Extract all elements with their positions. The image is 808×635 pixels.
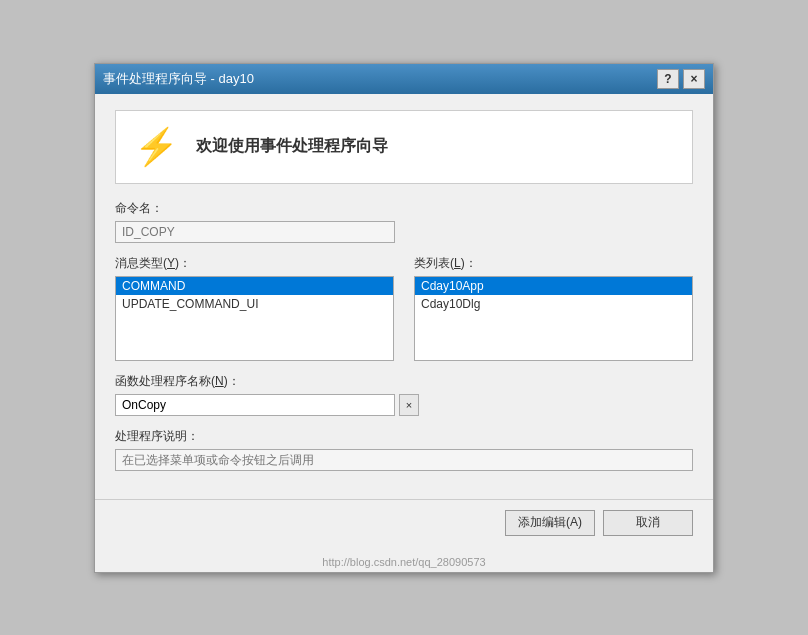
handler-name-label: 函数处理程序名称(N)： [115,373,693,390]
close-button[interactable]: × [683,69,705,89]
list-item[interactable]: COMMAND [116,277,393,295]
command-name-label: 命令名： [115,200,693,217]
dialog-title: 事件处理程序向导 - day10 [103,70,254,88]
cancel-button[interactable]: 取消 [603,510,693,536]
handler-name-row: × [115,394,693,416]
list-item[interactable]: Cday10Dlg [415,295,692,313]
wizard-header: ⚡ 欢迎使用事件处理程序向导 [115,110,693,184]
two-column-section: 消息类型(Y)： COMMAND UPDATE_COMMAND_UI 类列表(L… [115,255,693,361]
dialog-footer: 添加编辑(A) 取消 [95,499,713,552]
list-item[interactable]: Cday10App [415,277,692,295]
add-edit-button[interactable]: 添加编辑(A) [505,510,595,536]
title-bar-controls: ? × [657,69,705,89]
title-bar: 事件处理程序向导 - day10 ? × [95,64,713,94]
message-type-list[interactable]: COMMAND UPDATE_COMMAND_UI [115,276,394,361]
class-list[interactable]: Cday10App Cday10Dlg [414,276,693,361]
list-item[interactable]: UPDATE_COMMAND_UI [116,295,393,313]
command-name-input[interactable] [115,221,395,243]
handler-desc-input[interactable] [115,449,693,471]
handler-name-section: 函数处理程序名称(N)： × [115,373,693,416]
dialog-content: ⚡ 欢迎使用事件处理程序向导 命令名： 消息类型(Y)： COMMAND UPD… [95,94,713,499]
class-list-column: 类列表(L)： Cday10App Cday10Dlg [414,255,693,361]
handler-clear-button[interactable]: × [399,394,419,416]
command-name-section: 命令名： [115,200,693,243]
handler-desc-section: 处理程序说明： [115,428,693,471]
message-type-label: 消息类型(Y)： [115,255,394,272]
wizard-icon-container: ⚡ [132,123,180,171]
handler-name-input[interactable] [115,394,395,416]
main-dialog: 事件处理程序向导 - day10 ? × ⚡ 欢迎使用事件处理程序向导 命令名：… [94,63,714,573]
wizard-header-title: 欢迎使用事件处理程序向导 [196,136,388,157]
help-button[interactable]: ? [657,69,679,89]
message-type-column: 消息类型(Y)： COMMAND UPDATE_COMMAND_UI [115,255,394,361]
handler-desc-label: 处理程序说明： [115,428,693,445]
watermark: http://blog.csdn.net/qq_28090573 [95,552,713,572]
class-list-label: 类列表(L)： [414,255,693,272]
lightning-icon: ⚡ [134,126,179,168]
